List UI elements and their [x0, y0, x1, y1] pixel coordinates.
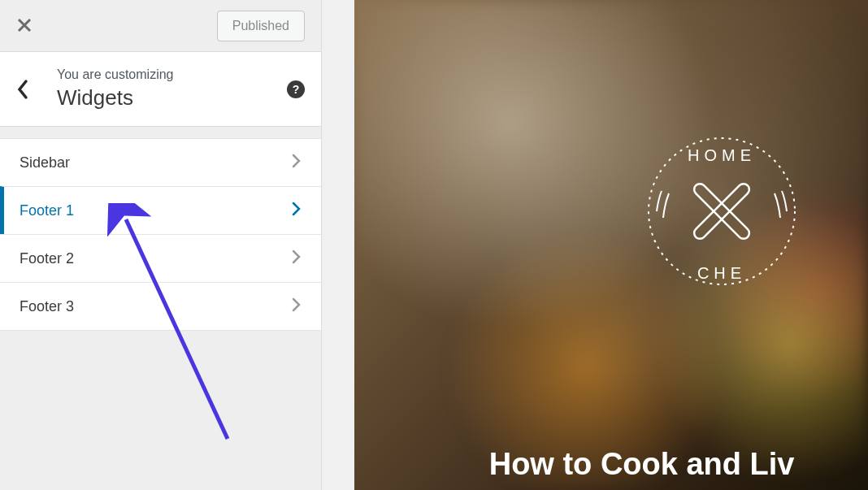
close-icon: [16, 17, 33, 33]
chevron-right-icon: [292, 201, 302, 220]
widget-area-footer-1[interactable]: Footer 1: [0, 186, 321, 235]
site-preview: HOME CHE How to Cook and Liv: [354, 0, 868, 490]
customizer-sidebar: Published You are customizing Widgets ? …: [0, 0, 322, 490]
widget-area-sidebar[interactable]: Sidebar: [0, 138, 321, 187]
back-button[interactable]: [16, 79, 57, 100]
panel-title: Widgets: [57, 85, 287, 111]
hero-heading: How to Cook and Liv: [489, 447, 795, 482]
svg-rect-1: [692, 181, 752, 241]
widget-area-label: Footer 1: [20, 202, 74, 219]
logo-text-bottom: CHE: [697, 264, 746, 283]
site-logo: HOME CHE: [640, 130, 803, 293]
help-button[interactable]: ?: [287, 80, 305, 98]
widget-area-footer-2[interactable]: Footer 2: [0, 234, 321, 283]
panel-header: You are customizing Widgets ?: [0, 52, 321, 127]
chevron-right-icon: [292, 249, 302, 268]
customizing-label: You are customizing: [57, 67, 287, 82]
publish-button[interactable]: Published: [217, 11, 305, 41]
divider-spacer: [0, 127, 321, 138]
chevron-left-icon: [16, 79, 29, 100]
chevron-right-icon: [292, 153, 302, 172]
widget-area-footer-3[interactable]: Footer 3: [0, 282, 321, 331]
logo-text-top: HOME: [688, 146, 756, 165]
close-button[interactable]: [16, 15, 33, 37]
widget-area-label: Sidebar: [20, 154, 70, 171]
widget-area-label: Footer 3: [20, 298, 74, 315]
widget-area-label: Footer 2: [20, 250, 74, 267]
chevron-right-icon: [292, 297, 302, 316]
widget-area-list: Sidebar Footer 1 Footer 2 Footer 3: [0, 138, 321, 330]
panel-header-text: You are customizing Widgets: [57, 67, 287, 111]
svg-rect-2: [692, 181, 752, 241]
customizer-topbar: Published: [0, 0, 321, 52]
